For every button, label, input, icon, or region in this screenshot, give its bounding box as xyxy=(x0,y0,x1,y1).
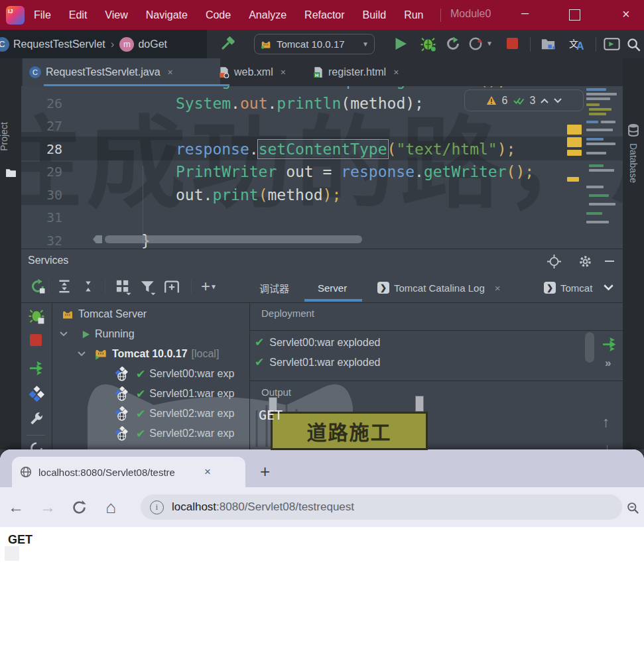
tree-item-servlet02b[interactable]: ✔ Servlet02:war exp xyxy=(115,424,247,443)
debug-button[interactable] xyxy=(420,35,436,52)
code-line[interactable]: 28 response.setContentType("text/html"); xyxy=(21,138,585,160)
menu-navigate[interactable]: Navigate xyxy=(146,8,188,23)
group-by-icon[interactable] xyxy=(115,278,132,296)
scroll-up-icon[interactable]: ↑ xyxy=(602,414,610,431)
close-button[interactable]: × xyxy=(622,7,630,22)
line-number[interactable]: 27 xyxy=(21,115,62,137)
maximize-button[interactable] xyxy=(569,9,580,21)
tab-tomcat[interactable]: ❯ Tomcat xyxy=(544,277,600,298)
database-tool-button[interactable]: Database xyxy=(628,143,639,183)
tree-item-servlet00[interactable]: ✔ Servlet00:war exp xyxy=(115,364,247,384)
forward-icon[interactable]: → xyxy=(32,498,64,516)
close-tab-icon[interactable]: × xyxy=(204,465,211,479)
project-tool-button[interactable]: Project xyxy=(0,122,9,151)
line-number[interactable]: 31 xyxy=(21,206,62,229)
project-structure-icon[interactable] xyxy=(541,36,556,51)
restart-dropdown-chevron-icon[interactable]: ▼ xyxy=(486,40,493,47)
run-window-icon[interactable] xyxy=(604,37,620,51)
close-tab-icon[interactable]: × xyxy=(168,67,173,78)
tree-item-running[interactable]: Running xyxy=(60,324,135,344)
close-tab-icon[interactable]: × xyxy=(281,67,286,78)
line-number[interactable]: 32 xyxy=(21,229,62,249)
tab-registerhtml[interactable]: H register.html× xyxy=(306,58,419,86)
run-config-select[interactable]: Tomcat 10.0.17 ▼ xyxy=(254,34,375,54)
diamonds-icon[interactable] xyxy=(29,386,45,402)
reload-icon[interactable] xyxy=(72,500,87,515)
translate-icon[interactable]: 文 A xyxy=(569,36,588,52)
new-tab-button[interactable]: + xyxy=(260,461,270,482)
deployment-item[interactable]: ✔ Servlet01:war exploded xyxy=(255,355,380,369)
tab-server[interactable]: Server xyxy=(318,277,347,298)
tab-requesttestservlet[interactable]: C RequestTestServlet.java× xyxy=(23,58,220,86)
tab-webxml[interactable]: web.xml× xyxy=(212,58,308,86)
info-icon[interactable]: i xyxy=(150,500,164,514)
filter-icon[interactable] xyxy=(139,278,157,296)
close-tab-icon[interactable]: × xyxy=(393,67,399,78)
browser-tab[interactable]: localhost:8080/Servlet08/testre × xyxy=(12,457,245,487)
code-line[interactable]: 30 out.print(method); xyxy=(21,184,585,206)
dump-icon[interactable] xyxy=(29,440,44,450)
zoom-icon[interactable] xyxy=(626,501,639,514)
menu-code[interactable]: Code xyxy=(206,8,231,23)
tab-tomcat-catalina-log[interactable]: ❯ Tomcat Catalina Log × xyxy=(377,277,501,298)
deploy-arrows-icon[interactable] xyxy=(28,359,46,377)
add-frame-icon[interactable] xyxy=(162,278,181,296)
navigate-target-icon[interactable] xyxy=(547,255,561,268)
code-line[interactable]: 27 xyxy=(21,115,585,137)
hide-panel-icon[interactable] xyxy=(605,261,614,262)
code-line[interactable]: 29 PrintWriter out = response.getWriter(… xyxy=(21,160,585,183)
more-actions-icon[interactable]: » xyxy=(605,357,611,370)
breadcrumb-method[interactable]: doGet xyxy=(138,38,167,50)
horizontal-scrollbar[interactable] xyxy=(105,235,362,243)
code-line[interactable]: 31 xyxy=(21,206,585,229)
menu-analyze[interactable]: Analyze xyxy=(249,8,287,23)
tab-debugger[interactable]: 调试器 xyxy=(259,277,289,298)
menu-file[interactable]: File xyxy=(34,8,51,23)
prev-issue-icon[interactable] xyxy=(541,98,548,103)
menu-build[interactable]: Build xyxy=(363,8,387,23)
home-icon[interactable]: ⌂ xyxy=(95,497,127,518)
build-hammer-icon[interactable] xyxy=(219,35,236,52)
code-editor[interactable]: 往成功的路，总是在施工 25 String method = request.g… xyxy=(21,86,623,249)
tree-item-servlet02[interactable]: ✔ Servlet02:war exp xyxy=(115,404,247,424)
line-number[interactable]: 25 xyxy=(21,86,62,91)
tree-item-tomcat-10017[interactable]: Tomcat 10.0.17 [local] xyxy=(78,344,219,364)
run-button[interactable] xyxy=(393,36,409,52)
line-number[interactable]: 26 xyxy=(21,92,62,115)
add-service-icon[interactable]: +▼ xyxy=(201,277,217,296)
menu-refactor[interactable]: Refactor xyxy=(304,8,344,23)
minimize-button[interactable]: – xyxy=(521,5,529,21)
address-bar[interactable]: i localhost:8080/Servlet08/testrequest xyxy=(141,495,622,520)
scroll-down-icon[interactable]: ↓ xyxy=(604,440,611,450)
rerun-debug-icon[interactable] xyxy=(28,308,45,325)
collapse-all-icon[interactable] xyxy=(80,278,96,294)
wrench-icon[interactable] xyxy=(29,412,44,428)
gear-icon[interactable] xyxy=(578,255,592,268)
more-tabs-chevron-icon[interactable] xyxy=(604,284,613,291)
vertical-scrollbar[interactable] xyxy=(585,332,594,363)
restart-server-button[interactable] xyxy=(468,36,483,52)
tree-item-servlet01[interactable]: ✔ Servlet01:war exp xyxy=(115,384,247,404)
breadcrumb-class[interactable]: RequestTestServlet xyxy=(13,38,105,50)
chevron-down-icon[interactable] xyxy=(60,331,68,337)
line-number[interactable]: 30 xyxy=(21,184,62,206)
tree-item-tomcat-server[interactable]: Tomcat Server xyxy=(61,304,147,324)
line-number[interactable]: 28 xyxy=(21,138,62,160)
next-issue-icon[interactable] xyxy=(554,98,562,103)
expand-all-icon[interactable] xyxy=(56,278,72,294)
stop-button[interactable] xyxy=(507,38,518,49)
search-everywhere-icon[interactable] xyxy=(626,37,641,52)
menu-run[interactable]: Run xyxy=(404,8,423,23)
inspection-widget[interactable]: 6 3 xyxy=(464,89,584,111)
profiler-button[interactable] xyxy=(445,36,461,52)
close-tab-icon[interactable]: × xyxy=(495,282,501,294)
menu-view[interactable]: View xyxy=(105,8,127,23)
menu-edit[interactable]: Edit xyxy=(69,8,88,23)
rerun-icon[interactable] xyxy=(30,278,46,294)
back-icon[interactable]: ← xyxy=(0,498,32,516)
chevron-down-icon[interactable] xyxy=(78,351,86,357)
deploy-arrows-icon[interactable] xyxy=(601,335,619,353)
stop-service-button[interactable] xyxy=(30,334,42,346)
line-number[interactable]: 29 xyxy=(21,160,62,183)
deployment-item[interactable]: ✔ Servlet00:war exploded xyxy=(255,335,380,349)
